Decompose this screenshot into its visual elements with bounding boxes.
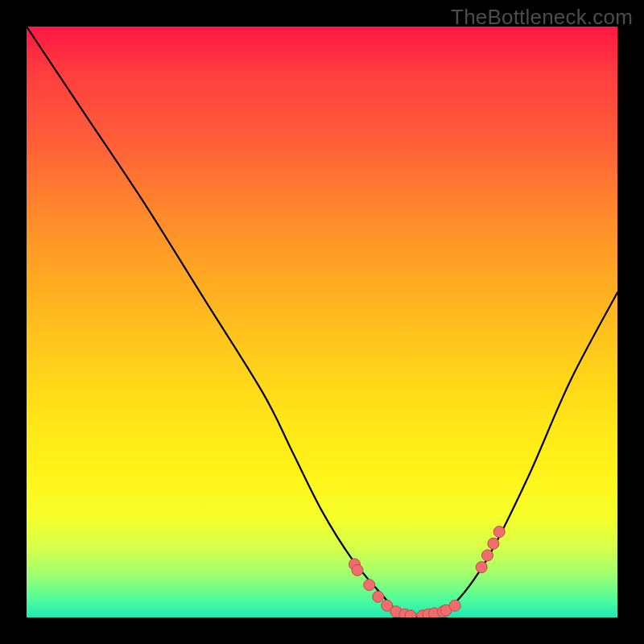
sweet-spot-dot	[488, 538, 499, 549]
chart-frame: TheBottleneck.com	[0, 0, 644, 644]
sweet-spot-dot	[352, 564, 363, 576]
watermark-text: TheBottleneck.com	[451, 5, 633, 30]
sweet-spot-dots	[349, 526, 505, 617]
chart-svg	[27, 27, 617, 617]
sweet-spot-dot	[405, 610, 416, 617]
sweet-spot-dot	[482, 550, 493, 561]
plot-area	[27, 27, 617, 617]
sweet-spot-dot	[493, 526, 505, 538]
bottleneck-curve	[27, 27, 617, 617]
sweet-spot-dot	[449, 600, 460, 611]
sweet-spot-dot	[373, 591, 384, 602]
sweet-spot-dot	[364, 580, 375, 591]
sweet-spot-dot	[476, 562, 487, 573]
